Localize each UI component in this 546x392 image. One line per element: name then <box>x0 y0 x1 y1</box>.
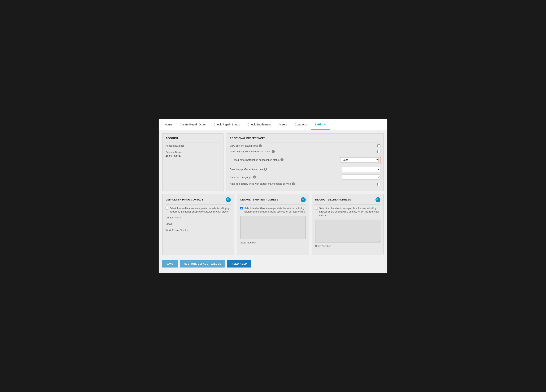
shipping-address-textarea[interactable] <box>240 216 306 239</box>
preferred-language-select[interactable] <box>342 175 380 180</box>
restore-defaults-button[interactable]: RESTORE DEFAULT VALUES <box>180 260 225 267</box>
footer-buttons: SAVE RESTORE DEFAULT VALUES NEED HELP <box>162 258 384 269</box>
view-saved-carts-row: View only my saved carts i <box>230 144 380 147</box>
account-panel: ACCOUNT Account Number Account Name Zebr… <box>162 133 223 191</box>
time-zone-row: Select my preferred time zone i <box>230 167 380 172</box>
shipping-contact-checkbox-label: Select the checkbox to auto-populate the… <box>169 207 231 214</box>
repair-email-select[interactable]: None All Custom <box>340 157 378 163</box>
preferred-language-label: Preferred Language i <box>230 176 341 178</box>
contact-name-label: Contact Name <box>166 216 231 219</box>
billing-address-checkbox-label: Select the checkbox to auto-populate the… <box>319 207 380 217</box>
shipping-contact-search-button[interactable]: 🔍 <box>226 197 231 202</box>
account-name-value: Zebra Internal <box>166 154 220 157</box>
shipping-address-panel: DEFAULT SHIPPING ADDRESS 🔍 Select the ch… <box>237 194 309 255</box>
time-zone-info-icon[interactable]: i <box>264 168 267 171</box>
main-content: ACCOUNT Account Number Account Name Zebr… <box>159 130 387 273</box>
shipping-address-header-row: DEFAULT SHIPPING ADDRESS 🔍 <box>240 197 306 202</box>
battery-row: Auto-add battery lines with battery main… <box>230 182 380 186</box>
billing-address-search-button[interactable]: 🔍 <box>376 197 380 202</box>
shipping-address-header: DEFAULT SHIPPING ADDRESS <box>240 198 278 201</box>
search-icon: 🔍 <box>227 198 230 201</box>
shipping-address-search-button[interactable]: 🔍 <box>301 197 306 202</box>
repair-email-info-icon[interactable]: i <box>280 158 284 161</box>
shipping-contact-header: DEFAULT SHIPPING CONTACT <box>166 198 203 201</box>
save-button[interactable]: SAVE <box>162 260 178 267</box>
time-zone-label: Select my preferred time zone i <box>230 168 341 171</box>
nav-create-repair-order[interactable]: Create Repair Order <box>176 119 210 129</box>
shipping-address-checkbox-row: Select the checkbox to auto-populate the… <box>240 207 306 214</box>
billing-address-header: DEFAULT BILLING ADDRESS <box>315 198 351 201</box>
battery-label: Auto-add battery lines with battery main… <box>230 182 376 185</box>
battery-checkbox[interactable] <box>377 183 380 186</box>
account-name-label: Account Name <box>166 151 220 153</box>
additional-preferences-panel: ADDITIONAL PREFERENCES View only my save… <box>227 133 384 191</box>
view-submitted-orders-info-icon[interactable]: i <box>272 150 275 153</box>
account-number-label: Account Number <box>166 144 220 147</box>
shipping-contact-checkbox[interactable] <box>166 207 168 209</box>
billing-address-store-number: Store Number <box>315 245 380 247</box>
nav-check-repair-status[interactable]: Check Repair Status <box>210 119 244 129</box>
shipping-address-checkbox-label: Select the checkbox to auto-populate the… <box>244 207 306 214</box>
time-zone-select[interactable] <box>342 167 380 172</box>
shipping-contact-panel: DEFAULT SHIPPING CONTACT 🔍 Select the ch… <box>162 194 234 255</box>
shipping-address-checkbox[interactable] <box>240 207 243 209</box>
work-phone-label: Work Phone Number <box>166 229 231 232</box>
search-icon: 🔍 <box>301 198 305 201</box>
account-panel-header: ACCOUNT <box>166 137 220 139</box>
top-row: ACCOUNT Account Number Account Name Zebr… <box>162 133 384 191</box>
repair-email-label: Repair email notification subscription s… <box>232 158 339 161</box>
battery-info-icon[interactable]: i <box>292 182 295 185</box>
billing-address-header-row: DEFAULT BILLING ADDRESS 🔍 <box>315 197 380 202</box>
nav-bar: Home Create Repair Order Check Repair St… <box>159 119 387 130</box>
billing-address-checkbox[interactable] <box>315 207 318 209</box>
email-label: Email <box>166 222 231 225</box>
view-submitted-orders-checkbox[interactable] <box>377 150 380 153</box>
view-saved-carts-checkbox[interactable] <box>377 144 380 147</box>
shipping-contact-header-row: DEFAULT SHIPPING CONTACT 🔍 <box>166 197 231 202</box>
nav-check-entitlement[interactable]: Check Entitlement <box>244 119 274 129</box>
need-help-button[interactable]: NEED HELP <box>227 260 251 267</box>
billing-address-checkbox-row: Select the checkbox to auto-populate the… <box>315 207 380 217</box>
shipping-address-store-number: Store Number <box>240 241 306 244</box>
view-saved-carts-label: View only my saved carts i <box>230 144 376 147</box>
billing-address-textarea[interactable] <box>315 220 380 242</box>
nav-home[interactable]: Home <box>161 119 176 129</box>
nav-assets[interactable]: Assets <box>274 119 291 129</box>
view-saved-carts-info-icon[interactable]: i <box>259 144 262 147</box>
search-icon: 🔍 <box>376 198 379 201</box>
nav-contracts[interactable]: Contracts <box>291 119 311 129</box>
bottom-row: DEFAULT SHIPPING CONTACT 🔍 Select the ch… <box>162 194 384 255</box>
preferred-language-row: Preferred Language i <box>230 175 380 180</box>
billing-address-panel: DEFAULT BILLING ADDRESS 🔍 Select the che… <box>312 194 384 255</box>
repair-email-row: Repair email notification subscription s… <box>230 156 380 164</box>
shipping-contact-checkbox-row: Select the checkbox to auto-populate the… <box>166 207 231 214</box>
view-submitted-orders-label: View only my submitted repair orders i <box>230 150 376 153</box>
nav-settings[interactable]: Settings <box>311 119 330 130</box>
additional-preferences-header: ADDITIONAL PREFERENCES <box>230 137 380 139</box>
preferred-language-info-icon[interactable]: i <box>253 176 256 178</box>
view-submitted-orders-row: View only my submitted repair orders i <box>230 150 380 153</box>
